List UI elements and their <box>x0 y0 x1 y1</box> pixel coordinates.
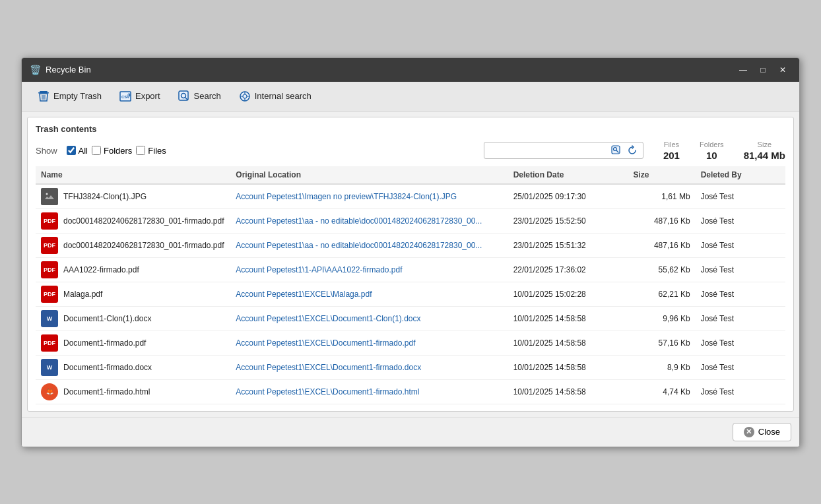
file-name-cell: PDF Document1-firmado.pdf <box>41 334 225 352</box>
size-stat: Size 81,44 Mb <box>744 141 785 161</box>
docx-icon: W <box>41 310 58 327</box>
files-label: Files <box>148 146 166 156</box>
file-date: 10/01/2025 14:58:58 <box>508 379 628 404</box>
file-deleted-by: José Test <box>696 379 785 404</box>
file-deleted-by: José Test <box>696 282 785 306</box>
all-checkbox-item[interactable]: All <box>67 146 88 156</box>
file-name: Document1-firmado.pdf <box>63 338 146 348</box>
table-header-row: Name Original Location Deletion Date Siz… <box>36 166 785 184</box>
empty-trash-label: Empty Trash <box>53 91 102 101</box>
svg-rect-0 <box>40 91 48 92</box>
file-list-area[interactable]: Name Original Location Deletion Date Siz… <box>36 166 785 404</box>
minimize-button[interactable]: — <box>735 63 752 77</box>
search-filter-icon[interactable] <box>610 144 623 157</box>
trash-icon <box>37 90 50 103</box>
col-header-deleted-by[interactable]: Deleted By <box>696 166 785 184</box>
file-size: 487,16 Kb <box>628 208 695 233</box>
svg-text:CSV: CSV <box>121 95 129 99</box>
files-stat-label: Files <box>663 141 680 148</box>
file-name-cell: PDF doc00014820240628172830_001-firmado.… <box>41 212 225 230</box>
svg-point-20 <box>46 193 48 195</box>
content-area: Trash contents Show All Folders Fil <box>27 117 794 412</box>
empty-trash-button[interactable]: Empty Trash <box>30 86 109 107</box>
file-date: 10/01/2025 14:58:58 <box>508 355 628 379</box>
file-deleted-by: José Test <box>696 233 785 257</box>
pdf-icon: PDF <box>41 237 58 254</box>
col-header-location[interactable]: Original Location <box>230 166 508 184</box>
file-deleted-by: José Test <box>696 355 785 379</box>
title-bar-left: 🗑️ Recycle Bin <box>30 65 91 75</box>
close-button[interactable]: ✕ Close <box>733 423 791 441</box>
files-checkbox[interactable] <box>136 146 145 155</box>
table-row[interactable]: W Document1-Clon(1).docx Account Pepetes… <box>36 306 785 331</box>
search-filter-box[interactable] <box>484 142 643 159</box>
file-name-cell: TFHJ3824-Clon(1).JPG <box>41 188 225 205</box>
jpg-icon <box>41 188 58 205</box>
search-label: Search <box>194 91 221 101</box>
size-stat-label: Size <box>744 141 785 148</box>
window-title: Recycle Bin <box>46 65 91 75</box>
file-size: 55,62 Kb <box>628 257 695 282</box>
file-deleted-by: José Test <box>696 208 785 233</box>
search-input[interactable] <box>488 146 607 156</box>
file-name-cell: PDF Malaga.pdf <box>41 286 225 303</box>
col-header-name[interactable]: Name <box>36 166 230 184</box>
folders-label: Folders <box>104 146 132 156</box>
internal-search-button[interactable]: Internal search <box>231 86 319 107</box>
file-name-cell: W Document1-Clon(1).docx <box>41 310 225 327</box>
file-location: Account Pepetest1\EXCEL\Document1-Clon(1… <box>236 314 420 323</box>
file-date: 23/01/2025 15:52:50 <box>508 208 628 233</box>
recycle-bin-icon: 🗑️ <box>30 65 40 75</box>
files-stat: Files 201 <box>663 141 680 161</box>
file-size: 1,61 Mb <box>628 184 695 209</box>
title-bar-controls: — □ ✕ <box>735 63 791 77</box>
docx-icon: W <box>41 359 58 376</box>
close-label: Close <box>758 427 780 437</box>
file-date: 25/01/2025 09:17:30 <box>508 184 628 209</box>
search-icon <box>178 90 191 103</box>
file-name: doc00014820240628172830_001-firmado.pdf <box>63 216 224 226</box>
file-date: 22/01/2025 17:36:02 <box>508 257 628 282</box>
close-circle-icon: ✕ <box>744 427 754 437</box>
all-label: All <box>79 146 88 156</box>
pdf-icon: PDF <box>41 286 58 303</box>
files-checkbox-item[interactable]: Files <box>136 146 166 156</box>
checkbox-group: All Folders Files <box>67 146 166 156</box>
toolbar: Empty Trash CSV Export Search <box>22 82 799 111</box>
folders-checkbox[interactable] <box>92 146 101 155</box>
col-header-size[interactable]: Size <box>628 166 695 184</box>
file-date: 10/01/2025 15:02:28 <box>508 282 628 306</box>
file-size: 8,9 Kb <box>628 355 695 379</box>
file-name: Malaga.pdf <box>63 290 102 299</box>
file-name-cell: 🦊 Document1-firmado.html <box>41 383 225 400</box>
table-row[interactable]: PDF Malaga.pdf Account Pepetest1\EXCEL\M… <box>36 282 785 306</box>
refresh-icon[interactable] <box>626 144 639 157</box>
file-size: 4,74 Kb <box>628 379 695 404</box>
search-button[interactable]: Search <box>170 86 228 107</box>
table-row[interactable]: PDF AAA1022-firmado.pdf Account Pepetest… <box>36 257 785 282</box>
file-size: 487,16 Kb <box>628 233 695 257</box>
maximize-button[interactable]: □ <box>754 63 772 77</box>
file-name: doc00014820240628172830_001-firmado.pdf <box>63 241 224 250</box>
table-row[interactable]: PDF doc00014820240628172830_001-firmado.… <box>36 233 785 257</box>
file-name: Document1-Clon(1).docx <box>63 314 151 323</box>
table-row[interactable]: W Document1-firmado.docx Account Pepetes… <box>36 355 785 379</box>
table-row[interactable]: PDF Document1-firmado.pdf Account Pepete… <box>36 331 785 355</box>
filter-left: Show All Folders Files <box>36 146 166 156</box>
pdf-icon: PDF <box>41 212 58 230</box>
table-row[interactable]: TFHJ3824-Clon(1).JPG Account Pepetest1\I… <box>36 184 785 209</box>
all-checkbox[interactable] <box>67 146 76 155</box>
file-date: 23/01/2025 15:51:32 <box>508 233 628 257</box>
export-icon: CSV <box>119 90 132 103</box>
file-name: Document1-firmado.html <box>63 387 150 396</box>
export-button[interactable]: CSV Export <box>112 86 168 107</box>
recycle-bin-window: 🗑️ Recycle Bin — □ ✕ Empty Trash <box>21 57 800 447</box>
table-row[interactable]: PDF doc00014820240628172830_001-firmado.… <box>36 208 785 233</box>
close-title-button[interactable]: ✕ <box>774 63 791 77</box>
section-title: Trash contents <box>36 124 785 134</box>
col-header-date[interactable]: Deletion Date <box>508 166 628 184</box>
table-row[interactable]: 🦊 Document1-firmado.html Account Pepetes… <box>36 379 785 404</box>
file-location: Account Pepetest1\EXCEL\Document1-firmad… <box>236 387 419 396</box>
file-size: 62,21 Kb <box>628 282 695 306</box>
folders-checkbox-item[interactable]: Folders <box>92 146 132 156</box>
